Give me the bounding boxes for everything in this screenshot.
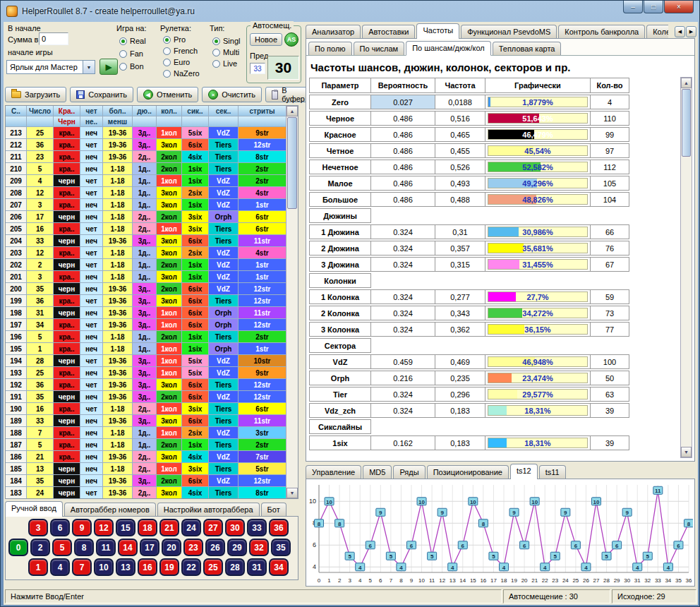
tab-sub-3[interactable]: По шансам/дюж/кол [406,41,491,56]
number-button-2[interactable]: 2 [30,539,50,556]
freq-probability-cell[interactable]: 0.486 [370,143,435,158]
chevron-down-icon[interactable]: ▼ [83,61,95,73]
number-button-34[interactable]: 34 [269,558,289,576]
maximize-button[interactable]: □ [644,1,663,13]
tab-sub-1[interactable]: По полю [308,42,352,55]
freq-frequency-cell[interactable]: 0,488 [435,192,485,207]
freq-frequency-cell[interactable]: 0,277 [435,289,485,304]
freq-probability-cell[interactable]: 0.486 [370,111,435,126]
history-row[interactable]: 1887кра..неч1-181д..1кол2sixVdZ3str [6,427,286,439]
scroll-up-icon[interactable]: ▲ [681,78,692,88]
freq-count-cell[interactable]: 50 [590,371,629,385]
tab-main-3[interactable]: Частоты [416,23,459,39]
history-header-cell[interactable]: сек.. [209,106,239,116]
freq-frequency-cell[interactable]: 0,469 [435,354,485,369]
freq-count-cell[interactable]: 4 [590,95,629,109]
history-row[interactable]: 21236кра..чет19-363д..3кол6sixTiers12str [6,139,286,151]
freq-count-cell[interactable]: 105 [590,176,629,191]
tab-chart-4[interactable]: Позиционирование [427,465,509,479]
tab-chart-1[interactable]: Управление [306,465,361,479]
history-header-cell[interactable] [133,116,157,127]
history-row[interactable]: 19325кра..неч19-363д..1кол5sixVdZ9str [6,367,286,379]
freq-param-cell[interactable]: Красное [309,127,371,142]
freq-frequency-cell[interactable]: 0,526 [435,160,485,174]
tab-input-4[interactable]: Бот [261,503,286,517]
tab-main-6[interactable]: Колесо рулет [646,25,668,39]
history-header-cell[interactable]: бол.. [103,106,133,116]
freq-probability-cell[interactable]: 0.324 [370,224,435,239]
history-row[interactable]: 2073кра..неч1-181д..3кол1sixVdZ1str [6,199,286,211]
freq-count-cell[interactable]: 100 [590,354,629,369]
radio-roulette-nazero[interactable]: NaZero [163,68,200,78]
number-button-32[interactable]: 32 [249,539,269,556]
radio-roulette-euro[interactable]: Euro [163,57,190,67]
undo-button[interactable]: ◀ Отменить [137,87,198,102]
number-button-11[interactable]: 11 [96,539,116,556]
radio-game-fan[interactable]: Fan [119,49,143,59]
freq-probability-cell[interactable]: 0.486 [370,176,435,191]
tab-chart-2[interactable]: MD5 [363,465,392,479]
freq-frequency-cell[interactable]: 0,296 [435,387,485,402]
number-button-18[interactable]: 18 [138,519,157,536]
history-row[interactable]: 1951кра..неч1-181д..1кол1sixOrph1str [6,343,286,355]
history-row[interactable]: 20035черннеч19-363д..2кол6sixVdZ12str [6,283,286,295]
history-row[interactable]: 1965кра..неч1-181д..2кол1sixTiers2str [6,331,286,343]
history-header-cell[interactable] [6,116,27,127]
tab-chart-5[interactable]: ts12 [510,464,538,479]
tab-input-3[interactable]: Настройки автограббера [157,503,260,517]
history-header-cell[interactable]: менш [103,116,133,127]
freq-frequency-cell[interactable]: 0,315 [435,257,485,272]
freq-param-cell[interactable]: Четное [309,143,371,158]
freq-probability-cell[interactable]: 0.324 [370,403,435,418]
freq-frequency-cell[interactable]: 0,357 [435,241,485,256]
master-shortcut-combobox[interactable]: Ярлык для Мастер ▼ [6,60,95,74]
freq-probability-cell[interactable]: 0.324 [370,241,435,256]
freq-probability-cell[interactable]: 0.486 [370,192,435,207]
history-row[interactable]: 2013кра..неч1-181д..3кол1sixVdZ1str [6,271,286,283]
freq-frequency-cell[interactable]: 0,516 [435,111,485,126]
history-header-cell[interactable]: чет [80,106,103,116]
freq-probability-cell[interactable]: 0.324 [370,257,435,272]
number-button-6[interactable]: 6 [50,519,70,536]
freq-param-cell[interactable]: Vdz_zch [309,403,371,418]
freq-param-cell[interactable]: Черное [309,111,371,126]
history-row[interactable]: 19135черннеч19-363д..2кол6sixVdZ12str [6,391,286,403]
freq-param-cell[interactable]: Малое [309,176,371,191]
freq-param-cell[interactable]: 3 Дюжина [309,257,371,272]
history-header-cell[interactable]: Кра.. [54,106,80,116]
freq-param-cell[interactable]: 1 Дюжина [309,224,371,239]
freq-frequency-cell[interactable]: 0,493 [435,176,485,191]
save-button[interactable]: Сохранить [70,87,133,102]
history-row[interactable]: 19016кра..чет1-182д..1кол3sixTiers6str [6,403,286,415]
history-row[interactable]: 20312кра..чет1-181д..3кол2sixVdZ4str [6,247,286,259]
number-button-27[interactable]: 27 [203,519,223,536]
history-header-cell[interactable]: Число [27,106,54,116]
freq-probability-cell[interactable]: 0.459 [370,354,435,369]
history-row[interactable]: 20433черннеч19-363д..3кол6sixTiers11str [6,235,286,247]
as-badge[interactable]: AS [284,32,298,47]
history-row[interactable]: 1875кра..неч1-181д..2кол1sixTiers2str [6,439,286,451]
radio-type-multi[interactable]: Multi [212,47,239,57]
scroll-up-icon[interactable]: ▲ [286,106,298,116]
history-row[interactable]: 21123кра..неч19-362д..2кол4sixTiers8str [6,151,286,163]
minimize-button[interactable]: – [623,1,643,13]
clear-button[interactable]: × Очистить [202,87,262,102]
number-button-7[interactable]: 7 [72,558,92,576]
freq-frequency-cell[interactable]: 0,31 [435,224,485,239]
freq-count-cell[interactable]: 66 [590,224,629,239]
freq-probability-cell[interactable]: 0.324 [370,289,435,304]
history-row[interactable]: 19936кра..чет19-363д..3кол6sixTiers12str [6,295,286,307]
history-header-cell[interactable]: дю.. [133,106,157,116]
number-button-31[interactable]: 31 [247,558,267,576]
freq-count-cell[interactable]: 99 [590,127,629,142]
freq-count-cell[interactable]: 39 [590,403,629,418]
freq-probability-cell[interactable]: 0.486 [370,160,435,174]
freq-count-cell[interactable]: 67 [590,257,629,272]
number-button-20[interactable]: 20 [162,539,181,556]
history-row[interactable]: 20516кра..чет1-182д..1кол3sixTiers6str [6,223,286,235]
number-button-23[interactable]: 23 [183,539,203,556]
freq-probability-cell[interactable]: 0.162 [370,435,435,450]
play-button[interactable]: ▶ [99,59,118,75]
radio-roulette-pro[interactable]: Pro [163,35,186,44]
tab-sub-2[interactable]: По числам [354,42,405,55]
